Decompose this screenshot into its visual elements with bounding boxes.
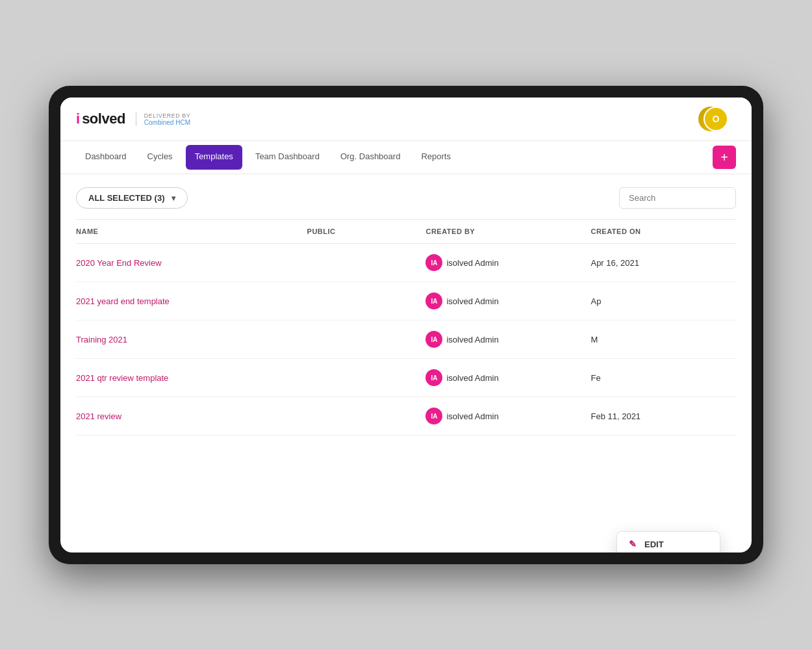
creator-avatar: IA [425,331,442,348]
creator-name: isolved Admin [446,373,498,383]
tab-templates[interactable]: Templates [186,145,242,170]
creator-avatar: IA [425,408,442,424]
device-frame: i solved DELIVERED BY Combined HCM C O [49,86,763,564]
creator-avatar: IA [425,369,442,386]
row-name-link[interactable]: 2021 qtr review template [76,373,168,383]
table-row: 2020 Year End Review IA isolved Admin Ap… [76,244,736,282]
search-input[interactable] [619,187,736,209]
filter-row: ALL SELECTED (3) ▾ [76,187,736,209]
avatar-primary[interactable]: C O [698,107,723,131]
add-button[interactable]: + [713,146,736,169]
delivered-by-name: Combined HCM [144,119,191,126]
col-header-created-by: CREATED BY [425,220,590,244]
table-wrapper: NAME PUBLIC CREATED BY CREATED ON 2020 Y… [76,219,736,436]
tab-org-dashboard[interactable]: Org. Dashboard [331,141,410,174]
templates-table: NAME PUBLIC CREATED BY CREATED ON 2020 Y… [76,219,736,436]
row-name-link[interactable]: 2020 Year End Review [76,258,162,268]
row-public [307,244,426,282]
tab-reports[interactable]: Reports [412,141,460,174]
delivered-by: DELIVERED BY Combined HCM [136,112,191,126]
creator-name: isolved Admin [446,411,498,421]
brand-area: i solved DELIVERED BY Combined HCM [76,110,190,127]
tab-cycles[interactable]: Cycles [138,141,182,174]
creator-name: isolved Admin [446,335,498,344]
row-public [307,397,426,436]
col-header-name: NAME [76,220,307,244]
table-row: 2021 qtr review template IA isolved Admi… [76,359,736,397]
row-name-link[interactable]: 2021 review [76,411,121,421]
row-creator: IA isolved Admin [425,292,590,309]
row-created-on: Feb 11, 2021 [590,397,736,436]
filter-dropdown-label: ALL SELECTED (3) [88,193,165,203]
context-menu: ✎ EDIT ↪ ASSIGN 🗑 DELETE ⧉ COPY [616,531,720,552]
row-public [307,282,426,320]
table-row: 2021 yeard end template IA isolved Admin… [76,282,736,320]
col-header-public: PUBLIC [307,220,426,244]
creator-avatar: IA [425,292,442,309]
row-creator: IA isolved Admin [425,369,590,386]
filter-dropdown[interactable]: ALL SELECTED (3) ▾ [76,187,188,209]
content-area: ALL SELECTED (3) ▾ NAME PUBLIC CREATED B… [60,174,752,448]
row-creator: IA isolved Admin [425,331,590,348]
device-screen: i solved DELIVERED BY Combined HCM C O [60,98,752,552]
isolved-logo: i solved [76,110,125,127]
delivered-by-label: DELIVERED BY [144,112,191,119]
row-created-on: Ap [590,282,736,320]
logo-mark: i [76,110,79,127]
creator-name: isolved Admin [446,258,498,268]
row-created-on: Apr 16, 2021 [590,244,736,282]
avatar-secondary[interactable]: O [704,107,728,131]
nav-tabs: Dashboard Cycles Templates Team Dashboar… [60,141,752,174]
edit-icon: ✎ [628,539,638,549]
row-creator: IA isolved Admin [425,254,590,271]
row-public [307,320,426,359]
avatar-group[interactable]: C O [698,107,736,131]
logo-text: solved [82,110,125,127]
context-menu-edit[interactable]: ✎ EDIT [617,532,720,552]
context-menu-edit-label: EDIT [644,540,664,549]
creator-name: isolved Admin [446,296,498,306]
top-bar: i solved DELIVERED BY Combined HCM C O [60,98,752,141]
col-header-created-on: CREATED ON [590,220,736,244]
row-name-link[interactable]: 2021 yeard end template [76,296,170,306]
table-row: Training 2021 IA isolved Admin M [76,320,736,359]
avatar-letter-o: O [713,114,720,124]
table-row: 2021 review IA isolved Admin Feb 11, 202… [76,397,736,436]
creator-avatar: IA [425,254,442,271]
row-created-on: M [590,320,736,359]
row-creator: IA isolved Admin [425,408,590,424]
row-public [307,359,426,397]
chevron-down-icon: ▾ [171,194,175,203]
tab-dashboard[interactable]: Dashboard [76,141,136,174]
row-name-link[interactable]: Training 2021 [76,335,127,344]
row-created-on: Fe [590,359,736,397]
tab-team-dashboard[interactable]: Team Dashboard [246,141,329,174]
